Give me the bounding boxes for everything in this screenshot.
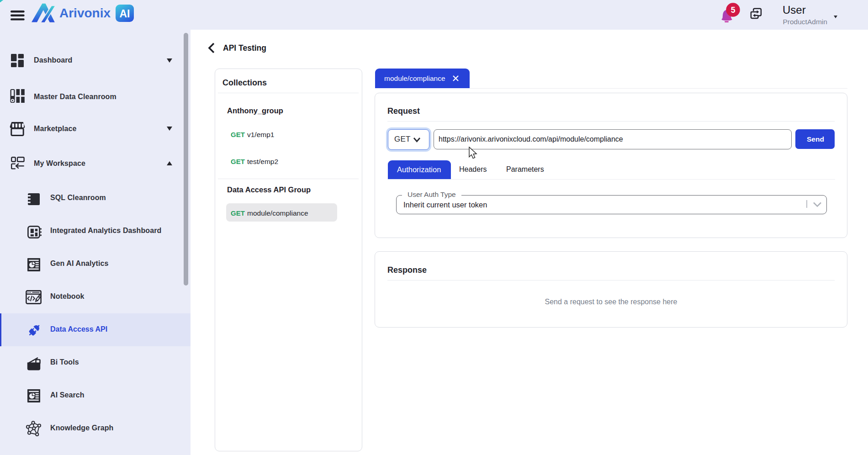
svg-text:5: 5	[730, 5, 735, 15]
svg-text:AI: AI	[120, 8, 130, 20]
